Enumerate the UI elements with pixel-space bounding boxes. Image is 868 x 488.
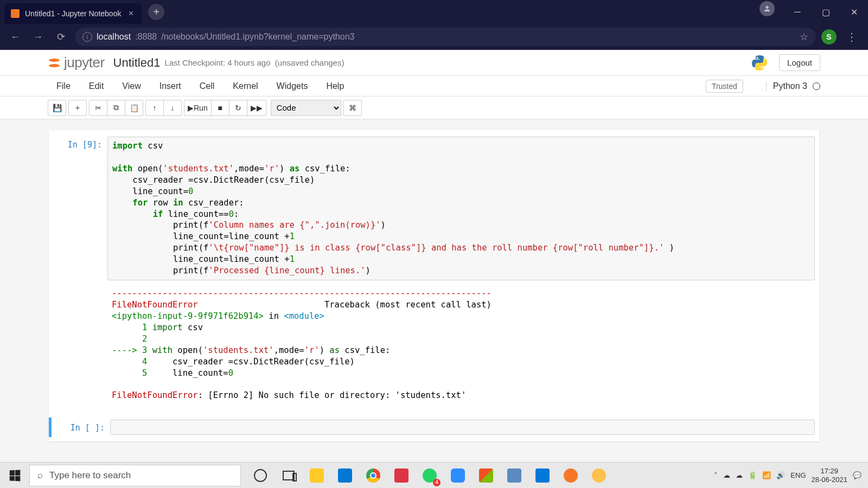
- jupyter-logo-text: jupyter: [64, 54, 105, 71]
- code-cell[interactable]: In [9]: import csv with open('students.t…: [49, 134, 819, 282]
- mail-icon[interactable]: [331, 463, 359, 489]
- window-minimize-icon[interactable]: ─: [783, 1, 812, 23]
- tray-wifi-icon[interactable]: 📶: [762, 471, 771, 479]
- restart-run-all-button[interactable]: ▶▶: [247, 100, 266, 116]
- command-palette-button[interactable]: ⌘: [343, 100, 362, 116]
- nav-forward-icon[interactable]: →: [29, 28, 47, 46]
- menu-file[interactable]: File: [48, 79, 79, 93]
- notebook-name[interactable]: Untitled1: [113, 56, 161, 70]
- menu-insert[interactable]: Insert: [151, 79, 190, 93]
- window-close-icon[interactable]: ✕: [840, 1, 868, 23]
- new-tab-button[interactable]: +: [148, 4, 164, 20]
- code-cell-empty[interactable]: In [ ]:: [49, 418, 819, 437]
- tray-volume-icon[interactable]: 🔊: [776, 471, 785, 479]
- url-host: localhost: [97, 32, 131, 42]
- tray-time: 17:29: [812, 467, 848, 476]
- nav-back-icon[interactable]: ←: [7, 28, 24, 46]
- vscode-icon[interactable]: [528, 463, 557, 489]
- browser-tab[interactable]: Untitled1 - Jupyter Notebook ×: [4, 3, 142, 24]
- tab-title: Untitled1 - Jupyter Notebook: [25, 9, 121, 18]
- address-bar[interactable]: i localhost:8888/notebooks/Untitled1.ipy…: [75, 28, 816, 46]
- nav-reload-icon[interactable]: ⟳: [52, 28, 69, 46]
- browser-menu-icon[interactable]: ⋮: [842, 30, 861, 43]
- save-button[interactable]: 💾: [48, 100, 66, 116]
- input-prompt: In [9]:: [53, 137, 107, 280]
- site-info-icon[interactable]: i: [82, 32, 92, 42]
- cell-type-select[interactable]: Code: [271, 100, 341, 116]
- paste-button[interactable]: 📋: [125, 100, 143, 116]
- checkpoint-text: Last Checkpoint: 4 hours ago (unsaved ch…: [164, 58, 344, 67]
- windows-taskbar: ⌕ Type here to search 4 ˄ ☁ ☁ 🔋 📶 🔊 ENG …: [0, 462, 868, 488]
- search-placeholder: Type here to search: [49, 470, 131, 481]
- jupyter-favicon: [11, 9, 20, 18]
- whatsapp-icon[interactable]: 4: [416, 463, 444, 489]
- kernel-status-icon: [813, 82, 820, 90]
- copy-button[interactable]: ⧉: [107, 100, 125, 116]
- url-port: :8888: [135, 32, 157, 42]
- kernel-indicator[interactable]: Python 3: [766, 81, 820, 91]
- svg-point-0: [765, 6, 768, 9]
- input-prompt: In [ ]:: [56, 420, 110, 435]
- notifications-icon[interactable]: 💬: [853, 471, 861, 479]
- weather-icon[interactable]: [585, 463, 613, 489]
- window-controls: ─ ▢ ✕: [760, 1, 868, 23]
- tab-close-icon[interactable]: ×: [126, 9, 135, 18]
- taskbar-search[interactable]: ⌕ Type here to search: [29, 465, 241, 486]
- chrome-icon[interactable]: [359, 463, 387, 489]
- task-view-icon[interactable]: [275, 463, 303, 489]
- tray-onedrive-icon[interactable]: ☁: [723, 471, 730, 479]
- code-input-area[interactable]: [110, 420, 815, 435]
- task-icons: 4: [246, 463, 613, 489]
- browser-account-icon[interactable]: [760, 1, 775, 16]
- jupyter-icon[interactable]: [557, 463, 585, 489]
- ms-store-icon[interactable]: [472, 463, 500, 489]
- trusted-badge[interactable]: Trusted: [706, 80, 743, 93]
- insert-cell-button[interactable]: ＋: [68, 100, 87, 116]
- move-down-button[interactable]: ↓: [163, 100, 182, 116]
- restart-button[interactable]: ↻: [229, 100, 247, 116]
- menu-kernel[interactable]: Kernel: [224, 79, 266, 93]
- url-path: /notebooks/Untitled1.ipynb?kernel_name=p…: [161, 32, 354, 42]
- menu-cell[interactable]: Cell: [191, 79, 224, 93]
- move-up-button[interactable]: ↑: [145, 100, 164, 116]
- menu-edit[interactable]: Edit: [80, 79, 113, 93]
- logout-button[interactable]: Logout: [779, 54, 820, 71]
- cut-button[interactable]: ✂: [89, 100, 107, 116]
- jupyter-header: jupyter Untitled1 Last Checkpoint: 4 hou…: [0, 50, 868, 76]
- bookmark-star-icon[interactable]: ☆: [800, 31, 808, 43]
- interrupt-button[interactable]: ■: [211, 100, 229, 116]
- browser-toolbar: ← → ⟳ i localhost:8888/notebooks/Untitle…: [0, 24, 868, 50]
- output-area: ----------------------------------------…: [107, 285, 815, 404]
- menu-view[interactable]: View: [113, 79, 149, 93]
- menu-help[interactable]: Help: [317, 79, 353, 93]
- browser-titlebar: Untitled1 - Jupyter Notebook × + ─ ▢ ✕: [0, 0, 868, 24]
- zoom-icon[interactable]: [444, 463, 472, 489]
- profile-badge[interactable]: S: [821, 29, 837, 44]
- kernel-name: Python 3: [773, 81, 807, 91]
- jupyter-menubar: FileEditViewInsertCellKernelWidgetsHelp …: [0, 76, 868, 97]
- tray-chevron-icon[interactable]: ˄: [714, 471, 718, 479]
- menu-widgets[interactable]: Widgets: [268, 79, 317, 93]
- window-maximize-icon[interactable]: ▢: [812, 1, 840, 23]
- jupyter-logo-icon: [48, 56, 61, 69]
- notebook-container: In [9]: import csv with open('students.t…: [49, 130, 819, 441]
- output-cell: ----------------------------------------…: [49, 282, 819, 407]
- tray-battery-icon[interactable]: 🔋: [748, 471, 757, 479]
- code-input-area[interactable]: import csv with open('students.txt',mode…: [107, 137, 815, 280]
- jupyter-logo[interactable]: jupyter: [48, 54, 105, 71]
- tray-cloud-icon[interactable]: ☁: [736, 471, 743, 479]
- app-icon[interactable]: [500, 463, 528, 489]
- file-explorer-icon[interactable]: [303, 463, 331, 489]
- notebook-scroll[interactable]: In [9]: import csv with open('students.t…: [0, 119, 868, 462]
- run-button[interactable]: ▶ Run: [184, 100, 212, 116]
- acrobat-icon[interactable]: [387, 463, 416, 489]
- start-button[interactable]: [0, 463, 29, 489]
- search-icon: ⌕: [37, 470, 43, 481]
- cortana-icon[interactable]: [246, 463, 275, 489]
- tray-date: 28-06-2021: [812, 476, 848, 484]
- output-prompt: [53, 285, 107, 404]
- python-logo-icon: [751, 54, 768, 72]
- jupyter-toolbar: 💾 ＋ ✂ ⧉ 📋 ↑ ↓ ▶ Run ■ ↻ ▶▶ Code ⌘: [0, 97, 868, 119]
- tray-clock[interactable]: 17:29 28-06-2021: [812, 467, 848, 484]
- tray-language[interactable]: ENG: [790, 471, 806, 479]
